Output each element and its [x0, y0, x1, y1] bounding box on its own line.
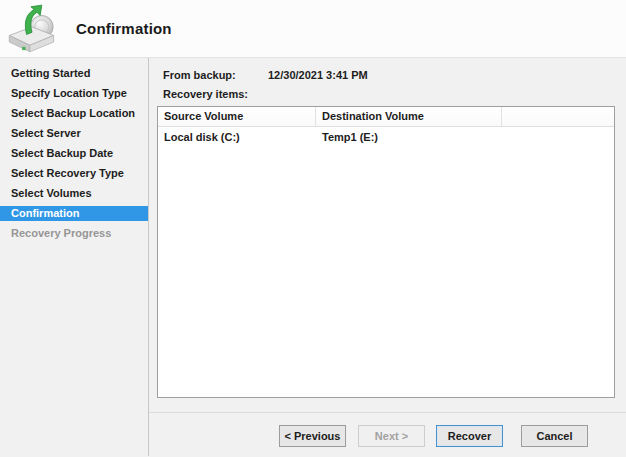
- recovery-items-table: Source Volume Destination Volume Local d…: [157, 106, 615, 398]
- sidebar-item-specify-location-type: Specify Location Type: [0, 86, 148, 101]
- button-bar: < Previous Next > Recover Cancel: [157, 425, 615, 447]
- recovery-items-label: Recovery items:: [163, 87, 248, 102]
- sidebar-item-getting-started: Getting Started: [0, 66, 148, 81]
- next-button[interactable]: Next >: [358, 425, 425, 447]
- wizard-steps-sidebar: Getting Started Specify Location Type Se…: [0, 58, 149, 456]
- sidebar-item-select-backup-location: Select Backup Location: [0, 106, 148, 121]
- recovery-wizard-window: Confirmation Getting Started Specify Loc…: [0, 0, 626, 457]
- content-panel: From backup: 12/30/2021 3:41 PM Recovery…: [149, 58, 626, 456]
- page-title: Confirmation: [76, 20, 172, 37]
- sidebar-item-select-server: Select Server: [0, 126, 148, 141]
- backup-drive-icon: [6, 4, 58, 54]
- cell-source-volume: Local disk (C:): [158, 127, 316, 147]
- column-header-destination-volume[interactable]: Destination Volume: [316, 107, 502, 126]
- wizard-header: Confirmation: [0, 0, 626, 58]
- table-row[interactable]: Local disk (C:) Temp1 (E:): [158, 127, 614, 147]
- cell-destination-volume: Temp1 (E:): [316, 127, 502, 147]
- sidebar-item-select-backup-date: Select Backup Date: [0, 146, 148, 161]
- from-backup-label: From backup:: [163, 68, 268, 83]
- table-header-row: Source Volume Destination Volume: [158, 107, 614, 127]
- recover-button[interactable]: Recover: [436, 425, 503, 447]
- column-header-empty: [502, 107, 614, 126]
- sidebar-item-select-recovery-type: Select Recovery Type: [0, 166, 148, 181]
- footer-separator: [149, 412, 626, 413]
- sidebar-item-select-volumes: Select Volumes: [0, 186, 148, 201]
- column-header-source-volume[interactable]: Source Volume: [158, 107, 316, 126]
- sidebar-item-confirmation: Confirmation: [0, 206, 148, 221]
- cancel-button[interactable]: Cancel: [521, 425, 588, 447]
- previous-button[interactable]: < Previous: [279, 425, 346, 447]
- from-backup-value: 12/30/2021 3:41 PM: [268, 68, 368, 83]
- sidebar-item-recovery-progress: Recovery Progress: [0, 226, 148, 241]
